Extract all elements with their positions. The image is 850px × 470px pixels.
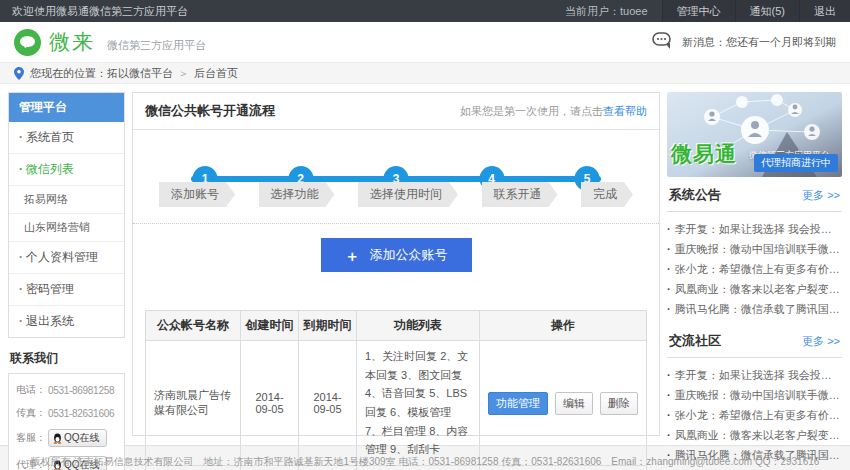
qq-service-label: QQ在线 <box>64 431 100 445</box>
add-public-account-button[interactable]: ＋ 添加公众账号 <box>321 238 472 272</box>
accounts-table: 公众帐号名称 创建时间 到期时间 功能列表 操作 济南凯晨广告传媒有限公司 20… <box>145 310 647 470</box>
banner-title: 微易通 <box>671 140 737 168</box>
current-user: 当前用户：tuoee <box>551 0 662 22</box>
manage-center-link[interactable]: 管理中心 <box>662 0 735 22</box>
main-panel: 微信公共帐号开通流程 如果您是第一次使用，请点击查看帮助 1 2 3 4 5 添… <box>132 92 660 436</box>
copyright-text: 版权所有 济南拓易信息技术有限公司 地址：济南市和平路诚基新天地1号楼309室 … <box>31 455 820 469</box>
add-button-label: 添加公众账号 <box>370 246 448 264</box>
speech-bubble-logo-icon <box>14 29 41 56</box>
breadcrumb: 您现在的位置：拓以微信平台 ＞ 后台首页 <box>0 62 850 84</box>
help-link[interactable]: 查看帮助 <box>603 105 647 117</box>
topbar-right: 当前用户：tuoee 管理中心 通知(5) 退出 <box>551 0 850 22</box>
sidebar-subitem-tuoyi[interactable]: 拓易网络 <box>9 186 124 214</box>
content-area: 管理平台 系统首页 微信列表 拓易网络 山东网络营销 个人资料管理 密码管理 退… <box>0 84 850 436</box>
created-date: 2014-09-05 <box>241 341 299 466</box>
location-pin-icon <box>14 67 24 80</box>
new-message-text: 新消息：您还有一个月即将到期 <box>682 35 836 50</box>
main-titlebar: 微信公共帐号开通流程 如果您是第一次使用，请点击查看帮助 <box>133 93 659 130</box>
contact-title: 联系我们 <box>10 350 123 367</box>
community-more-link[interactable]: 更多 >> <box>802 334 840 349</box>
new-message-notice[interactable]: 新消息：您还有一个月即将到期 <box>652 32 836 52</box>
sidebar-item-wechat-list[interactable]: 微信列表 <box>9 154 124 186</box>
announcements-list: 李开复：如果让我选择 我会投资微信 重庆晚报：微动中国培训联手微客来助力企 张小… <box>667 212 842 323</box>
left-sidebar: 管理平台 系统首页 微信列表 拓易网络 山东网络营销 个人资料管理 密码管理 退… <box>8 92 125 436</box>
main-menu: 管理平台 系统首页 微信列表 拓易网络 山东网络营销 个人资料管理 密码管理 退… <box>8 92 125 338</box>
step-label-done: 完成 <box>581 182 633 207</box>
sidebar-item-home[interactable]: 系统首页 <box>9 122 124 154</box>
list-item[interactable]: 李开复：如果让我选择 我会投资微信 <box>667 365 842 385</box>
help-prefix: 如果您是第一次使用，请点击 <box>460 105 603 117</box>
community-header: 交流社区 更多 >> <box>667 323 842 358</box>
row-actions: 功能管理 编辑 删除 <box>479 341 646 466</box>
account-name-link[interactable]: 济南凯晨广告传媒有限公司 <box>146 341 241 466</box>
topbar: 欢迎使用微易通微信第三方应用平台 当前用户：tuoee 管理中心 通知(5) 退… <box>0 0 850 22</box>
qq-service-button[interactable]: QQ在线 <box>48 429 107 447</box>
dotted-divider <box>133 223 659 224</box>
breadcrumb-separator: ＞ <box>178 66 189 81</box>
step-label-choose-duration: 选择使用时间 <box>358 182 458 207</box>
logo[interactable]: 微来 微信第三方应用平台 <box>14 28 206 56</box>
phone-value: 0531-86981258 <box>48 385 114 396</box>
announcements-more-link[interactable]: 更多 >> <box>802 188 840 203</box>
service-label: 客服： <box>16 431 46 445</box>
logo-subtitle: 微信第三方应用平台 <box>107 38 206 53</box>
col-features: 功能列表 <box>357 311 480 341</box>
delete-button[interactable]: 删除 <box>600 392 638 415</box>
list-item[interactable]: 李开复：如果让我选择 我会投资微信 <box>667 219 842 239</box>
list-item[interactable]: 张小龙：希望微信上有更多有价值的服务 <box>667 405 842 425</box>
right-sidebar: 微易通 微信第三方应用平台 代理招商进行中 系统公告 更多 >> 李开复：如果让… <box>667 92 842 436</box>
col-expires: 到期时间 <box>299 311 357 341</box>
breadcrumb-prefix[interactable]: 您现在的位置：拓以微信平台 <box>30 66 173 81</box>
step-label-add-account: 添加账号 <box>159 182 235 207</box>
sidebar-item-profile[interactable]: 个人资料管理 <box>9 242 124 274</box>
add-button-row: ＋ 添加公众账号 <box>133 238 659 272</box>
edit-button[interactable]: 编辑 <box>555 392 593 415</box>
qq-penguin-icon <box>53 433 62 444</box>
step-label-choose-features: 选择功能 <box>259 182 335 207</box>
expire-date: 2014-09-05 <box>299 341 357 466</box>
sidebar-subitem-shandong[interactable]: 山东网络营销 <box>9 214 124 242</box>
plus-icon: ＋ <box>345 248 360 263</box>
community-title: 交流社区 <box>669 332 721 350</box>
sidebar-item-password[interactable]: 密码管理 <box>9 274 124 306</box>
contact-service-row: 客服： QQ在线 <box>16 429 117 447</box>
contact-phone-row: 电话： 0531-86981258 <box>16 383 117 397</box>
list-item[interactable]: 凤凰商业：微客来以老客户裂变式口碑传播 <box>667 425 842 445</box>
step-labels: 添加账号 选择功能 选择使用时间 联系开通 完成 <box>159 182 633 207</box>
menu-title: 管理平台 <box>9 93 124 122</box>
promo-banner[interactable]: 微易通 微信第三方应用平台 代理招商进行中 <box>667 92 842 177</box>
feature-list: 1、关注时回复 2、文本回复 3、图文回复 4、语音回复 5、LBS回复 6、模… <box>357 341 480 466</box>
header: 微来 微信第三方应用平台 新消息：您还有一个月即将到期 <box>0 22 850 62</box>
step-label-contact-open: 联系开通 <box>482 182 558 207</box>
table-row: 济南凯晨广告传媒有限公司 2014-09-05 2014-09-05 1、关注时… <box>146 341 647 466</box>
col-actions: 操作 <box>479 311 646 341</box>
community-list: 李开复：如果让我选择 我会投资微信 重庆晚报：微动中国培训联手微客来助力企 张小… <box>667 358 842 469</box>
logo-text: 微来 <box>49 28 95 56</box>
breadcrumb-current: 后台首页 <box>194 66 238 81</box>
announcements-title: 系统公告 <box>669 186 721 204</box>
chat-bubble-icon <box>652 32 674 52</box>
sidebar-item-exit[interactable]: 退出系统 <box>9 306 124 337</box>
col-account-name: 公众帐号名称 <box>146 311 241 341</box>
contact-fax-row: 传真： 0531-82631606 <box>16 406 117 420</box>
phone-label: 电话： <box>16 383 46 397</box>
welcome-text: 欢迎使用微易通微信第三方应用平台 <box>12 4 188 19</box>
manage-features-button[interactable]: 功能管理 <box>488 392 548 415</box>
logout-link[interactable]: 退出 <box>799 0 850 22</box>
list-item[interactable]: 重庆晚报：微动中国培训联手微客来助力企 <box>667 385 842 405</box>
announcements-header: 系统公告 更多 >> <box>667 177 842 212</box>
table-header-row: 公众帐号名称 创建时间 到期时间 功能列表 操作 <box>146 311 647 341</box>
notifications-link[interactable]: 通知(5) <box>735 0 799 22</box>
list-item[interactable]: 腾讯马化腾：微信承载了腾讯国际化的机会 <box>667 299 842 319</box>
banner-badge: 代理招商进行中 <box>754 154 838 172</box>
list-item[interactable]: 张小龙：希望微信上有更多有价值的服务 <box>667 259 842 279</box>
list-item[interactable]: 凤凰商业：微客来以老客户裂变式口碑传播 <box>667 279 842 299</box>
page-title: 微信公共帐号开通流程 <box>145 102 275 120</box>
help-text: 如果您是第一次使用，请点击查看帮助 <box>460 104 647 119</box>
fax-label: 传真： <box>16 406 46 420</box>
fax-value: 0531-82631606 <box>48 408 114 419</box>
list-item[interactable]: 重庆晚报：微动中国培训联手微客来助力企 <box>667 239 842 259</box>
col-created: 创建时间 <box>241 311 299 341</box>
